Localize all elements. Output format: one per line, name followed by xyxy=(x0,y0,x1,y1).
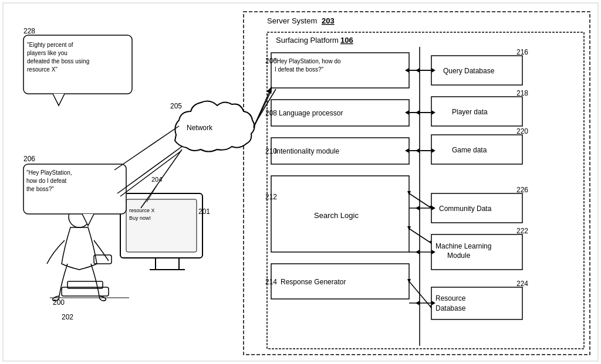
surfacing-platform-num: 106 xyxy=(340,36,353,45)
lang-processor-ref: 208 xyxy=(265,109,277,117)
person-speech-ref: 206 xyxy=(23,155,35,163)
resource-db-line1: Resource xyxy=(435,294,466,302)
ml-module-ref: 222 xyxy=(516,227,528,235)
resource-db-line2: Database xyxy=(435,304,466,312)
lang-processor-text: Language processor xyxy=(279,109,343,117)
response-gen-text: Response Generator xyxy=(281,278,346,286)
svg-rect-51 xyxy=(431,234,522,270)
query-text-line2: I defeat the boss?" xyxy=(275,66,324,73)
ml-module-line2: Module xyxy=(447,251,471,260)
surfacing-platform-label: Surfacing Platform xyxy=(276,36,339,45)
response-line2: players like you xyxy=(27,50,67,56)
query-db-text: Query Database xyxy=(443,67,495,75)
server-system-label: Server System xyxy=(267,16,317,25)
person-speech-line1: "Hey PlayStation, xyxy=(26,169,72,176)
console-ref: 202 xyxy=(62,313,73,321)
response-line3: defeated the boss using xyxy=(27,58,89,64)
resource-db-ref: 224 xyxy=(516,280,528,288)
ml-module-line1: Machine Learning xyxy=(435,242,491,250)
community-data-ref: 226 xyxy=(516,186,528,194)
player-data-ref: 218 xyxy=(516,89,528,97)
query-db-ref: 216 xyxy=(516,48,528,56)
response-speech-ref: 228 xyxy=(23,27,35,35)
server-system-num: 203 xyxy=(322,16,335,25)
query-box-ref: 206 xyxy=(265,57,277,65)
intentionality-ref: 210 xyxy=(265,147,277,155)
response-line4: resource X" xyxy=(27,66,58,73)
search-logic-ref: 212 xyxy=(265,193,277,201)
search-logic-text: Search Logic xyxy=(314,211,359,220)
patent-diagram: Server System 203 Surfacing Platform 106… xyxy=(0,0,601,364)
game-data-text: Game data xyxy=(452,146,487,154)
community-data-text: Community Data xyxy=(439,205,492,213)
intentionality-text: Intentionality module xyxy=(275,147,339,155)
person-speech-line2: how do I defeat xyxy=(26,178,67,184)
game-data-ref: 220 xyxy=(516,127,528,135)
player-ref: 200 xyxy=(53,298,65,307)
network-ref: 205 xyxy=(170,102,182,110)
svg-rect-52 xyxy=(431,287,522,319)
player-data-text: Player data xyxy=(452,108,488,116)
query-text-line1: "Hey PlayStation, how do xyxy=(275,58,341,64)
tv-ref: 201 xyxy=(198,207,210,216)
response-line1: "Eighty percent of xyxy=(27,42,73,48)
response-gen-ref: 214 xyxy=(265,278,277,286)
person-speech-line3: the boss?" xyxy=(26,186,54,192)
tv-buy-text: Buy now! xyxy=(129,215,151,221)
tv-screen-text: resource X xyxy=(129,207,155,213)
network-label: Network xyxy=(187,124,213,132)
